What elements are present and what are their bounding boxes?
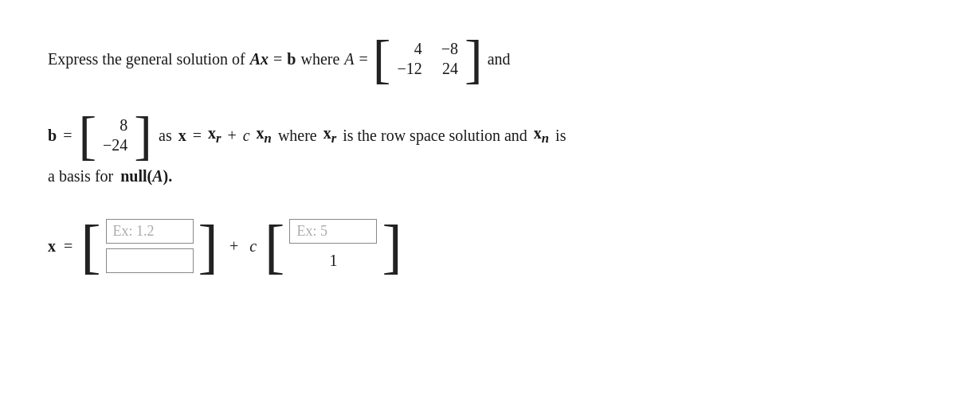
plus-c-text: + (229, 237, 238, 256)
A-italic: A (344, 50, 354, 68)
null-A-text: null(A). (120, 167, 172, 185)
where2-text: where (278, 127, 317, 145)
matrix-A-r2c2: 24 (441, 60, 458, 78)
answer-equals: = (64, 237, 73, 256)
matrix-b-right-bracket: ] (134, 108, 152, 162)
answer-vector2: [ 1 ] (265, 216, 402, 276)
intro-text: Express the general solution of (48, 50, 245, 68)
input-xr-top[interactable] (106, 219, 194, 244)
where-text: where (300, 50, 339, 68)
b-label-bold: b (48, 127, 57, 145)
answer-vector1: [ ] (80, 216, 218, 276)
matrix-b-content: 8 −24 (96, 113, 134, 158)
xr-sub: r (216, 131, 221, 146)
xr2-sub: r (331, 131, 336, 146)
matrix-A-r1c2: −8 (441, 40, 458, 58)
matrix-A: [ 4 −8 −12 24 ] (373, 32, 483, 86)
vector2-right-bracket: ] (382, 216, 402, 276)
xn-bold: xn (257, 124, 272, 146)
vector1-content (101, 219, 198, 273)
as-text: as (159, 127, 172, 145)
input-xn-top[interactable] (289, 219, 377, 244)
problem-statement-line2: b = [ 8 −24 ] as x = xr + c xn where xr … (48, 108, 932, 162)
plus-sign: + (227, 127, 236, 145)
xr2-bold: xr (323, 124, 336, 146)
matrix-A-r1c1: 4 (397, 40, 421, 58)
matrix-b-r2: −24 (103, 136, 127, 154)
Ax-italic: Ax (250, 50, 269, 68)
c-italic: c (243, 127, 250, 145)
a-basis-text: a basis for (48, 167, 113, 185)
vector1-right-bracket: ] (198, 216, 218, 276)
main-content: Express the general solution of Ax = b w… (48, 32, 932, 276)
is-row-space-text: is the row space solution and (343, 127, 527, 145)
xn2-bold: xn (534, 124, 549, 146)
xn-bottom-static: 1 (289, 248, 377, 273)
equals-sign: = (273, 50, 282, 68)
b-bold: b (287, 50, 296, 68)
answer-line: x = [ ] + c [ 1 ] (48, 216, 932, 276)
vector1-left-bracket: [ (80, 216, 100, 276)
xn-sub: n (265, 131, 272, 146)
problem-statement-line1: Express the general solution of Ax = b w… (48, 32, 932, 86)
vector2-left-bracket: [ (265, 216, 284, 276)
matrix-b: [ 8 −24 ] (78, 108, 152, 162)
is-text: is (555, 127, 566, 145)
x-bold: x (178, 127, 186, 145)
b-eq: = (63, 127, 72, 145)
matrix-A-left-bracket: [ (373, 32, 391, 86)
vector2-content: 1 (284, 219, 382, 273)
matrix-b-left-bracket: [ (78, 108, 96, 162)
problem-line2-block: b = [ 8 −24 ] as x = xr + c xn where xr … (48, 108, 932, 186)
x-answer-label: x (48, 237, 56, 256)
and-text: and (488, 50, 511, 68)
input-xr-bottom[interactable] (106, 248, 194, 273)
matrix-A-content: 4 −8 −12 24 (390, 37, 465, 81)
problem-statement-line3: a basis for null(A). (48, 167, 932, 186)
matrix-b-r1: 8 (103, 116, 127, 135)
xn2-sub: n (542, 131, 549, 146)
xr-bold: xr (208, 124, 221, 146)
x-eq: = (193, 127, 202, 145)
eq-sign: = (359, 50, 368, 68)
matrix-A-right-bracket: ] (465, 32, 483, 86)
c-answer-italic: c (249, 237, 257, 256)
matrix-A-r2c1: −12 (397, 60, 421, 78)
